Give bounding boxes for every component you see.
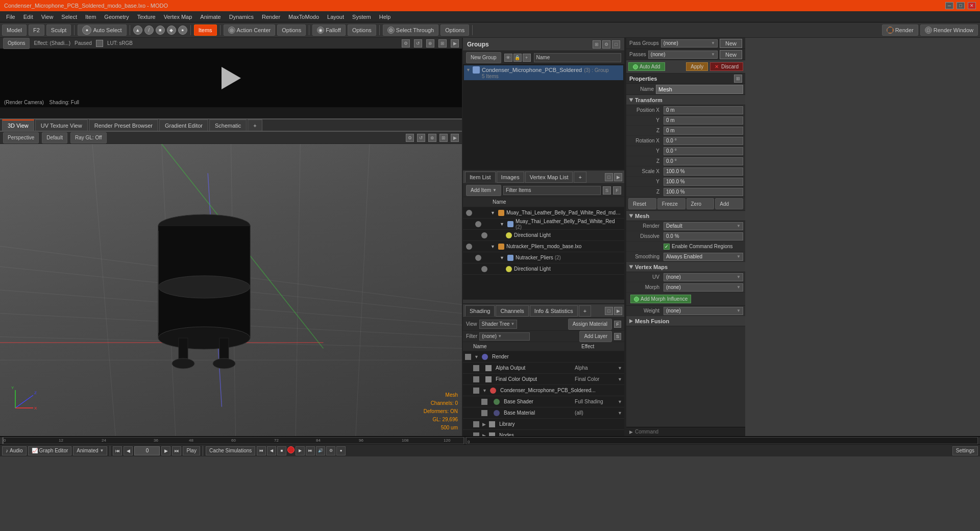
tab-render-preset-browser[interactable]: Render Preset Browser [89, 119, 158, 131]
transport-frame-input[interactable]: 0 [134, 446, 160, 455]
shading-s-icon[interactable]: S [614, 333, 621, 340]
menu-render[interactable]: Render [258, 13, 284, 21]
transport-icon-4[interactable]: ▶ [296, 446, 305, 455]
close-button[interactable]: ✕ [968, 2, 976, 9]
shader-row-final[interactable]: Final Color Output Final Color ▼ [463, 374, 624, 385]
item-row-2[interactable]: Directional Light [463, 230, 624, 241]
itemlist-s-icon[interactable]: S [603, 186, 611, 195]
menu-animate[interactable]: Animate [196, 13, 225, 21]
item-row-3[interactable]: ▼ Nutracker_Pliers_modo_base.lxo [463, 241, 624, 252]
preview-more-icon[interactable]: ▶ [451, 39, 459, 47]
timeline-ruler[interactable]: 0 12 24 36 48 60 72 84 96 108 120 [2, 437, 464, 444]
shader-dropdown-base-shader[interactable]: ▼ [618, 399, 622, 404]
item-row-5[interactable]: Directional Light [463, 263, 624, 275]
animated-button[interactable]: Animated ▼ [73, 446, 107, 455]
add-morph-influence-button[interactable]: Add Morph Influence [630, 295, 691, 303]
material-mode-icon[interactable]: ◆ [167, 26, 176, 35]
shader-row-render[interactable]: ▼ Render [463, 351, 624, 363]
perspective-button[interactable]: Perspective [3, 132, 39, 143]
command-regions-checkbox[interactable]: ✓ [664, 244, 670, 250]
passes-dropdown[interactable]: (none) ▼ [648, 51, 718, 59]
sculpt-button[interactable]: Sculpt [46, 25, 71, 36]
shader-dropdown-final[interactable]: ▼ [618, 377, 622, 382]
tab-uv-texture-view[interactable]: UV Texture View [35, 119, 88, 131]
render-dropdown[interactable]: Default ▼ [664, 222, 743, 230]
filter-items-button[interactable]: Filter Items [503, 186, 601, 195]
smoothing-dropdown[interactable]: Always Enabled ▼ [664, 253, 743, 261]
options2-button[interactable]: Options [348, 25, 376, 36]
settings-button[interactable]: Settings [952, 446, 978, 455]
groups-add-icon[interactable]: + [523, 54, 531, 62]
zero-button[interactable]: Zero [687, 198, 715, 209]
menu-edit[interactable]: Edit [19, 13, 37, 21]
preview-zoom-icon[interactable]: ⊕ [426, 39, 434, 47]
tab-itemlist-add[interactable]: + [574, 172, 586, 183]
options1-button[interactable]: Options [277, 25, 306, 36]
add-transform-button[interactable]: Add [715, 198, 743, 209]
transport-icon-5[interactable]: ⏭ [306, 446, 315, 455]
tab-info-statistics[interactable]: Info & Statistics [530, 305, 578, 317]
transport-icon-2[interactable]: ◀ [267, 446, 276, 455]
viewport-zoom-icon[interactable]: ⊕ [428, 134, 436, 142]
item-row-1[interactable]: ▼ Muay_Thai_Leather_Belly_Pad_White_Red … [463, 219, 624, 230]
preview-options-button[interactable]: Options [3, 38, 30, 49]
props-expand-icon[interactable]: ⊞ [734, 75, 742, 83]
itemlist-f-icon[interactable]: F [613, 186, 621, 195]
filter-dropdown[interactable]: (none) ▼ [479, 332, 530, 341]
transport-icon-7[interactable]: ⚙ [326, 446, 335, 455]
shading-f-icon[interactable]: F [614, 321, 621, 328]
transport-icon-3[interactable]: ■ [277, 446, 286, 455]
transform-header[interactable]: Transform [626, 95, 745, 105]
render-button[interactable]: ⬛ Render [882, 25, 918, 36]
item-row-0[interactable]: ▼ Muay_Thai_Leather_Belly_Pad_White_Red_… [463, 207, 624, 219]
menu-file[interactable]: File [2, 13, 19, 21]
transport-next-button[interactable]: ▶ [161, 446, 170, 455]
tab-item-list[interactable]: Item List [465, 172, 496, 183]
shader-tree-dropdown[interactable]: Shader Tree ▼ [479, 320, 518, 329]
face-mode-icon[interactable]: ■ [156, 26, 165, 35]
discard-button[interactable]: ✕ Discard [710, 62, 743, 71]
audio-button[interactable]: ♪ Audio [2, 446, 27, 455]
mesh-fusion-header[interactable]: Mesh Fusion [626, 316, 745, 326]
new-pass-group-button[interactable]: New [720, 39, 742, 48]
preview-settings-icon[interactable]: ⚙ [402, 39, 410, 47]
shader-dropdown-base-material[interactable]: ▼ [618, 411, 622, 416]
shader-dropdown-alpha[interactable]: ▼ [618, 366, 622, 371]
transport-icon-1[interactable]: ⏮ [257, 446, 266, 455]
transport-next-last-button[interactable]: ⏭ [172, 446, 181, 455]
position-y-field[interactable]: 0 m [664, 116, 743, 125]
render-window-button[interactable]: □ Render Window [920, 25, 978, 36]
command-input[interactable] [635, 429, 742, 435]
items-button[interactable]: Items [194, 25, 217, 36]
group-item-main[interactable]: ▼ Condenser_Microphone_PCB_Soldered (3) … [464, 65, 623, 80]
add-layer-button[interactable]: Add Layer [579, 331, 612, 342]
ray-gl-button[interactable]: Ray GL: Off [70, 132, 107, 143]
menu-layout[interactable]: Layout [323, 13, 348, 21]
action-center-button[interactable]: ◎ Action Center [224, 25, 276, 36]
rotation-y-field[interactable]: 0.0 ° [664, 147, 743, 155]
shader-row-base-shader[interactable]: Base Shader Full Shading ▼ [463, 396, 624, 407]
viewport-more1-icon[interactable]: ⊞ [439, 134, 448, 142]
groups-maximize-icon[interactable]: □ [612, 40, 620, 49]
tab-gradient-editor[interactable]: Gradient Editor [159, 119, 208, 131]
tab-shading-add[interactable]: + [579, 305, 591, 317]
menu-geometry[interactable]: Geometry [100, 13, 133, 21]
maximize-button[interactable]: □ [957, 2, 965, 9]
apply-button[interactable]: Apply [686, 62, 708, 71]
name-field[interactable]: Mesh [656, 85, 743, 94]
tab-images[interactable]: Images [497, 172, 524, 183]
tab-vertex-map-list[interactable]: Vertex Map List [525, 172, 573, 183]
default-button[interactable]: Default [42, 132, 67, 143]
play-button[interactable]: Play [183, 446, 200, 455]
minimize-button[interactable]: ─ [945, 2, 953, 9]
shader-row-library[interactable]: ▶ Library [463, 419, 624, 430]
reset-button[interactable]: Reset [628, 198, 656, 209]
itemlist-settings-icon[interactable]: ▶ [614, 173, 622, 181]
menu-help[interactable]: Help [375, 13, 395, 21]
tab-channels[interactable]: Channels [496, 305, 528, 317]
graph-editor-button[interactable]: 📈 Graph Editor [28, 446, 72, 455]
scale-x-field[interactable]: 100.0 % [664, 167, 743, 176]
position-x-field[interactable]: 0 m [664, 106, 743, 114]
pass-groups-dropdown[interactable]: (none) ▼ [661, 39, 718, 47]
rotation-x-field[interactable]: 0.0 ° [664, 137, 743, 145]
